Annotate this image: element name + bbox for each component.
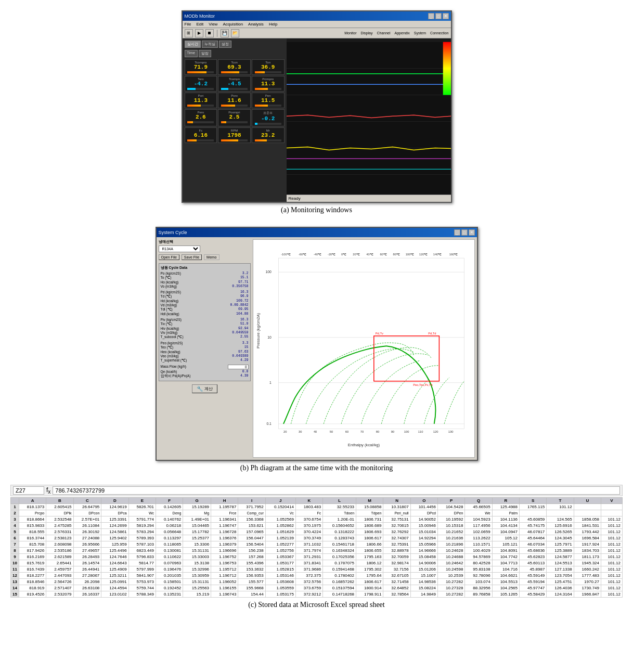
tab-settings[interactable]: 설정 xyxy=(219,41,231,48)
table-row: 1 818.1373 2.605415 26.64795 124.9619 58… xyxy=(11,504,623,510)
data-row-tdl: Tdl (℃) 69.95 xyxy=(161,307,249,312)
row-num-6: 6 xyxy=(11,535,19,541)
menu-edit[interactable]: Edit xyxy=(196,22,203,27)
svg-text:160℃: 160℃ xyxy=(449,253,458,256)
col-header-m[interactable]: M xyxy=(356,498,383,504)
col-header-r[interactable]: R xyxy=(492,498,519,504)
maximize-btn[interactable]: □ xyxy=(435,13,442,19)
menu-help[interactable]: Help xyxy=(269,22,277,27)
menu-view[interactable]: View xyxy=(209,22,217,27)
col-header-k[interactable]: K xyxy=(295,498,322,504)
minimize-btn[interactable]: _ xyxy=(428,13,434,19)
ph-title: System Cycle xyxy=(159,230,187,235)
column-header-row: A B C D E F G H I J K L M xyxy=(11,498,623,504)
memo-tab[interactable]: Memo xyxy=(204,254,219,260)
svg-text:40℃: 40℃ xyxy=(366,253,373,256)
svg-text:Pressure (kg/cm2A): Pressure (kg/cm2A) xyxy=(255,313,260,348)
massflow-input[interactable] xyxy=(228,365,249,369)
svg-text:Peo,Tex,Px,Th: Peo,Tex,Px,Th xyxy=(413,383,433,386)
toolbar-btn-5[interactable]: 📂 xyxy=(231,29,239,37)
row-num-2: 2 xyxy=(11,510,19,516)
toolbar-btn-3[interactable]: ⏹ xyxy=(205,29,214,37)
gauge-poro: Poro 11.6 xyxy=(218,93,251,108)
col-header-t[interactable]: T xyxy=(547,498,574,504)
row-num-14: 14 xyxy=(11,585,19,591)
svg-text:20℃: 20℃ xyxy=(353,253,359,256)
data-row-tsubcool: T_subcool (℃) 2.55 xyxy=(161,335,249,339)
row-num-1: 1 xyxy=(11,504,19,510)
col-header-e[interactable]: E xyxy=(128,498,156,504)
caption-c: (c) Stored data at Microsoft Excel sprea… xyxy=(248,601,384,609)
gauge-mr: Mr 23.2 xyxy=(252,127,285,143)
col-header-s[interactable]: S xyxy=(520,498,547,504)
row-num-15: 15 xyxy=(11,591,19,598)
refrigerant-select[interactable]: R134A xyxy=(159,245,200,252)
svg-text:130: 130 xyxy=(448,430,453,433)
menu-analysis[interactable]: Analysis xyxy=(248,22,264,27)
toolbar-btn-4[interactable]: 💾 xyxy=(221,29,229,37)
col-header-l[interactable]: L xyxy=(323,498,356,504)
toolbar-btn-1[interactable]: ⊞ xyxy=(185,29,193,37)
data-row-piv: Piv (kg/cm2S) 16.3 xyxy=(161,318,249,321)
monitoring-content: 실시간 누적실 설정 Time 알람 Tcompro 71.9 xyxy=(183,38,451,202)
data-row-pressure-ratio: 압력비 Pd(A)/Po(A) 4.39 xyxy=(161,374,249,379)
col-header-b[interactable]: B xyxy=(46,498,73,504)
gauge-pen: Pen 11.5 xyxy=(252,93,285,108)
tab-alarm[interactable]: 알람 xyxy=(199,50,211,57)
table-row: 5 818.555 2.576331 26.30192 124.5861 578… xyxy=(11,529,623,535)
close-btn[interactable]: ✕ xyxy=(443,13,449,19)
gauge-pero: Pero 2.6 xyxy=(185,109,217,126)
monitoring-titlebar: MODb Monitor _ □ ✕ xyxy=(183,11,451,21)
refrigerant-label: 냉매선택 xyxy=(159,239,251,244)
ph-close-btn[interactable]: ✕ xyxy=(469,229,475,236)
toolbar-btn-2[interactable]: ▶ xyxy=(195,29,203,37)
menu-file[interactable]: File xyxy=(185,22,191,27)
data-row-pd: Pd (kg/cm2S) 16.3 xyxy=(161,290,249,294)
col-header-d[interactable]: D xyxy=(101,498,128,504)
tab-time[interactable]: Time xyxy=(185,50,198,57)
data-row-tsuperheat: T_superheat (℃) 4.29 xyxy=(161,358,249,363)
gauge-pori: Pori 11.3 xyxy=(185,93,217,108)
tab-row-2: Time 알람 xyxy=(185,50,285,57)
gauge-tcon: Tcon 69.3 xyxy=(218,59,251,75)
svg-text:120℃: 120℃ xyxy=(419,253,428,256)
status-text: Ready xyxy=(289,196,301,201)
col-header-h[interactable]: H xyxy=(211,498,238,504)
menu-acquisition[interactable]: Acquisition xyxy=(223,22,243,27)
svg-text:110: 110 xyxy=(418,430,423,433)
svg-text:30: 30 xyxy=(298,430,301,433)
col-header-v[interactable]: V xyxy=(601,498,622,504)
svg-text:-100℃: -100℃ xyxy=(281,253,291,256)
svg-rect-6 xyxy=(443,42,450,95)
col-header-j[interactable]: J xyxy=(265,498,295,504)
tab-realtime[interactable]: 실시간 xyxy=(185,41,201,48)
save-file-btn[interactable]: Save File xyxy=(182,254,202,260)
tab-cumulative[interactable]: 누적실 xyxy=(202,41,218,48)
calc-btn[interactable]: 🔧 계산 xyxy=(192,384,217,393)
col-header-f[interactable]: F xyxy=(156,498,183,504)
col-header-i[interactable]: I xyxy=(238,498,265,504)
formula-input[interactable] xyxy=(53,486,620,495)
formula-icon: fx xyxy=(46,486,50,495)
table-row: 7 815.708 2.608098 26.95666 125.959 5787… xyxy=(11,541,623,548)
svg-text:10: 10 xyxy=(267,335,272,339)
col-header-u[interactable]: U xyxy=(574,498,601,504)
ph-maximize-btn[interactable]: □ xyxy=(461,229,468,236)
col-header-o[interactable]: O xyxy=(410,498,437,504)
ph-minimize-btn[interactable]: _ xyxy=(454,229,460,236)
data-row-teo: Teo (℃) 15 xyxy=(161,345,249,350)
svg-text:Enthalpy (kcal/kg): Enthalpy (kcal/kg) xyxy=(347,443,380,447)
chart-panel: Ready xyxy=(287,38,451,202)
col-header-n[interactable]: N xyxy=(383,498,410,504)
ph-titlebar: System Cycle _ □ ✕ xyxy=(157,228,477,237)
col-header-p[interactable]: P xyxy=(438,498,465,504)
col-header-c[interactable]: C xyxy=(73,498,101,504)
svg-text:Pd,Tv: Pd,Tv xyxy=(375,332,383,335)
col-header-q[interactable]: Q xyxy=(465,498,492,504)
col-header-a[interactable]: A xyxy=(19,498,46,504)
table-row: 9 816.2169 2.621589 26.28493 124.7646 57… xyxy=(11,554,623,560)
open-file-btn[interactable]: Open File xyxy=(159,254,179,260)
table-row: 8 817.9426 2.535186 27.49657 125.4496 68… xyxy=(11,548,623,554)
col-header-g[interactable]: G xyxy=(183,498,211,504)
cell-reference[interactable] xyxy=(13,486,44,495)
